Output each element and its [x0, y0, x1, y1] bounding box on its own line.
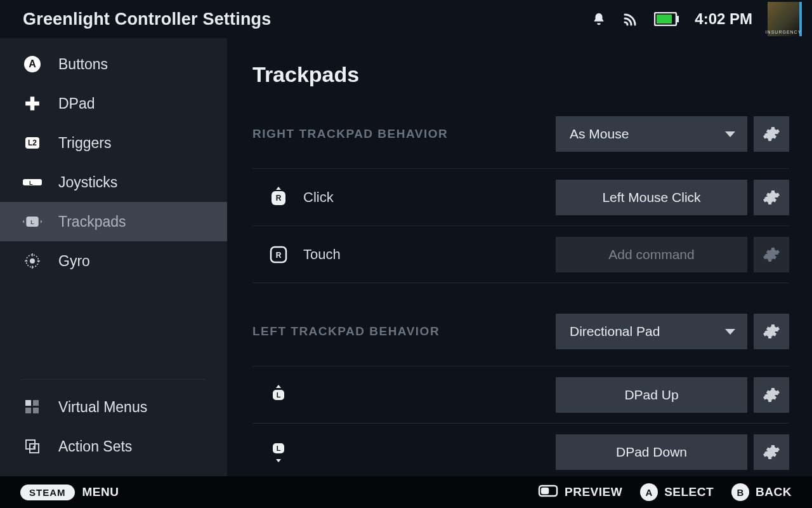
- dpad-down-settings[interactable]: [754, 434, 789, 470]
- sidebar-item-joysticks[interactable]: L Joysticks: [0, 163, 227, 202]
- right-touch-binding[interactable]: Add command: [556, 237, 747, 272]
- hint-back[interactable]: B BACK: [731, 483, 792, 501]
- dpad-up-row: L DPad Up: [252, 366, 789, 424]
- right-trackpad-behavior-settings[interactable]: [754, 116, 789, 152]
- hint-select[interactable]: A SELECT: [640, 483, 714, 501]
- l2-icon: L2: [23, 133, 42, 152]
- a-button-icon: A: [23, 55, 42, 74]
- main-content: Trackpads RIGHT TRACKPAD BEHAVIOR As Mou…: [227, 38, 812, 476]
- page-title: Greenlight Controller Settings: [23, 10, 272, 29]
- svg-text:R: R: [276, 251, 282, 260]
- r-touch-glyph: R: [268, 244, 289, 265]
- sidebar-item-label: Trackpads: [58, 213, 126, 231]
- footer: STEAM MENU PREVIEW A SELECT B BACK: [0, 476, 812, 508]
- svg-rect-2: [657, 15, 672, 23]
- r-click-glyph: R: [268, 187, 289, 208]
- header-status-area: 4:02 PM INSURGENCY: [591, 2, 802, 36]
- right-touch-row: R Touch Add command: [252, 226, 789, 283]
- sidebar-divider: [22, 379, 206, 380]
- dpad-up-settings[interactable]: [754, 377, 789, 413]
- sidebar-item-label: Virtual Menus: [58, 399, 147, 416]
- svg-point-8: [30, 259, 35, 264]
- right-click-settings[interactable]: [754, 180, 789, 215]
- svg-text:R: R: [276, 194, 282, 203]
- clock: 4:02 PM: [695, 10, 752, 28]
- row-label: Click: [303, 189, 334, 206]
- svg-rect-25: [542, 488, 548, 493]
- sidebar-item-label: Action Sets: [58, 438, 132, 455]
- steam-button[interactable]: STEAM: [20, 485, 75, 500]
- sidebar-item-dpad[interactable]: DPad: [0, 84, 227, 123]
- l-down-glyph: L: [268, 441, 289, 463]
- sidebar-item-trackpads[interactable]: L Trackpads: [0, 202, 227, 241]
- left-trackpad-behavior-settings[interactable]: [754, 314, 789, 349]
- svg-rect-12: [25, 408, 31, 413]
- header: Greenlight Controller Settings 4:02 PM I…: [0, 0, 812, 38]
- left-trackpad-section: LEFT TRACKPAD BEHAVIOR Directional Pad L: [252, 314, 789, 481]
- content-heading: Trackpads: [252, 62, 789, 87]
- section-title: LEFT TRACKPAD BEHAVIOR: [252, 324, 556, 338]
- left-trackpad-behavior-dropdown[interactable]: Directional Pad: [556, 314, 747, 349]
- dpad-up-binding[interactable]: DPad Up: [556, 377, 747, 413]
- svg-text:A: A: [29, 58, 36, 69]
- sidebar-item-label: DPad: [58, 95, 95, 112]
- dpad-down-row: L DPad Down: [252, 424, 789, 481]
- sidebar-item-label: Gyro: [58, 253, 90, 270]
- svg-rect-13: [33, 408, 39, 413]
- right-trackpad-behavior-dropdown[interactable]: As Mouse: [556, 116, 747, 152]
- sidebar-item-label: Buttons: [58, 56, 108, 73]
- battery-icon: [654, 11, 679, 27]
- avatar[interactable]: INSURGENCY: [768, 2, 802, 36]
- svg-text:L: L: [30, 219, 34, 225]
- menu-label: MENU: [82, 485, 119, 499]
- svg-text:L: L: [29, 180, 33, 186]
- chevron-down-icon: [724, 126, 736, 142]
- grid-icon: [23, 398, 42, 417]
- svg-rect-1: [677, 16, 679, 22]
- cast-icon[interactable]: [622, 11, 639, 27]
- right-touch-settings[interactable]: [754, 237, 789, 272]
- row-label: Touch: [303, 246, 341, 263]
- b-button-icon: B: [731, 483, 749, 501]
- l-up-glyph: L: [268, 384, 289, 406]
- chevron-down-icon: [724, 324, 736, 339]
- sidebar-item-triggers[interactable]: L2 Triggers: [0, 123, 227, 163]
- sidebar-item-buttons[interactable]: A Buttons: [0, 44, 227, 84]
- joystick-icon: L: [23, 173, 42, 192]
- svg-text:L: L: [277, 391, 281, 399]
- gyro-icon: [23, 251, 42, 271]
- svg-rect-10: [25, 400, 31, 406]
- sidebar-item-gyro[interactable]: Gyro: [0, 241, 227, 281]
- a-button-icon: A: [640, 483, 658, 501]
- hint-preview[interactable]: PREVIEW: [538, 485, 622, 500]
- trackpad-icon: L: [23, 212, 42, 231]
- sidebar-item-action-sets[interactable]: Action Sets: [0, 427, 227, 466]
- sidebar-item-label: Triggers: [58, 135, 112, 152]
- svg-rect-11: [33, 400, 39, 406]
- dpad-icon: [23, 94, 42, 113]
- right-click-binding[interactable]: Left Mouse Click: [556, 180, 747, 215]
- sidebar-item-virtual-menus[interactable]: Virtual Menus: [0, 387, 227, 427]
- dpad-down-binding[interactable]: DPad Down: [556, 434, 747, 470]
- preview-icon: [538, 485, 558, 500]
- sidebar: A Buttons DPad L2 Triggers L Joysticks L…: [0, 38, 227, 476]
- sidebar-item-label: Joysticks: [58, 174, 117, 191]
- section-title: RIGHT TRACKPAD BEHAVIOR: [252, 127, 556, 141]
- right-trackpad-section: RIGHT TRACKPAD BEHAVIOR As Mouse R Click: [252, 116, 789, 283]
- right-click-row: R Click Left Mouse Click: [252, 169, 789, 226]
- svg-text:L: L: [277, 444, 281, 452]
- layers-icon: [23, 437, 42, 456]
- notification-icon[interactable]: [591, 11, 607, 27]
